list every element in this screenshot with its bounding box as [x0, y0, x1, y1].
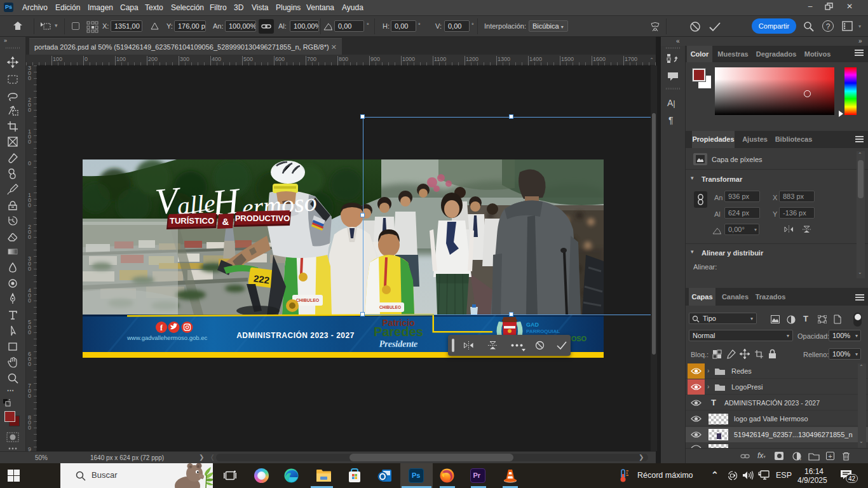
svg-text:GAD: GAD [526, 322, 539, 328]
svg-text:CHIBULEO: CHIBULEO [296, 298, 320, 302]
svg-text:CHIBULEO: CHIBULEO [379, 305, 401, 309]
svg-text:▾: ▾ [799, 458, 801, 461]
svg-text:ADMINISTRACIÓN 2023 - 2027: ADMINISTRACIÓN 2023 - 2027 [236, 330, 355, 340]
svg-text:PRODUCTIVO: PRODUCTIVO [235, 214, 290, 223]
svg-text:www.gadvallehermoso.gob.ec: www.gadvallehermoso.gob.ec [126, 334, 207, 341]
svg-text:PARROQUIAL: PARROQUIAL [526, 329, 560, 334]
svg-text:Presidente: Presidente [379, 339, 418, 349]
svg-text:222: 222 [253, 273, 270, 285]
svg-text:TURÍSTICO: TURÍSTICO [170, 216, 214, 226]
svg-text:&: & [222, 216, 229, 227]
svg-text:Paredes: Paredes [374, 325, 423, 339]
